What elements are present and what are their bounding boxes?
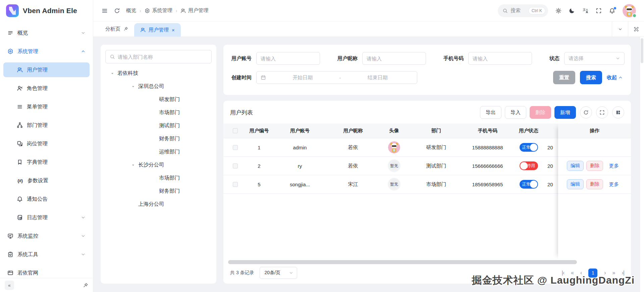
scrollbar-thumb[interactable] bbox=[641, 38, 643, 63]
status-toggle[interactable]: 停用 bbox=[520, 161, 538, 170]
caret-down-icon[interactable] bbox=[110, 71, 115, 76]
account-input[interactable] bbox=[256, 52, 320, 65]
more-button[interactable]: 更多 bbox=[606, 161, 622, 171]
table-fullscreen-button[interactable] bbox=[596, 106, 608, 118]
sidebar-item-params[interactable]: {#} 参数设置 bbox=[3, 173, 90, 188]
sidebar-item-tools[interactable]: 系统工具 bbox=[3, 247, 90, 262]
sidebar-item-notices[interactable]: 通知公告 bbox=[3, 192, 90, 206]
delete-row-button[interactable]: 删除 bbox=[586, 161, 603, 171]
department-search-input[interactable] bbox=[118, 54, 207, 60]
theme-toggle-button[interactable] bbox=[569, 8, 575, 14]
column-settings-button[interactable] bbox=[612, 106, 624, 118]
sidebar-toggle-button[interactable] bbox=[101, 7, 108, 14]
export-button[interactable]: 导出 bbox=[480, 106, 501, 119]
sidebar-item-menus[interactable]: 菜单管理 bbox=[3, 99, 90, 114]
search-button[interactable]: 搜索 bbox=[580, 71, 602, 84]
select-all-checkbox[interactable] bbox=[233, 128, 238, 133]
row-checkbox[interactable] bbox=[233, 145, 238, 150]
sidebar-collapse-button[interactable]: « bbox=[5, 281, 14, 290]
tree-node[interactable]: 测试部门 bbox=[105, 119, 212, 132]
chevron-down-icon bbox=[81, 215, 86, 220]
tab-analysis[interactable]: 分析页 bbox=[99, 21, 134, 37]
collapse-filter-link[interactable]: 收起 bbox=[607, 75, 623, 81]
department-search[interactable] bbox=[105, 50, 212, 63]
content-maximize-button[interactable] bbox=[628, 21, 644, 37]
caret-down-icon[interactable] bbox=[131, 163, 136, 167]
edit-button[interactable]: 编辑 bbox=[567, 179, 584, 189]
breadcrumb-system[interactable]: 系统管理 bbox=[145, 7, 172, 14]
next-page-button[interactable]: › bbox=[604, 270, 605, 276]
forward-pages-button[interactable]: » bbox=[612, 270, 615, 276]
tree-node[interactable]: 上海分公司 bbox=[105, 198, 212, 211]
date-range-picker[interactable]: 开始日期 - 结束日期 bbox=[256, 71, 417, 84]
sidebar-item-roles[interactable]: 角色管理 bbox=[3, 81, 90, 96]
scrollbar-thumb[interactable] bbox=[228, 260, 577, 264]
refresh-page-button[interactable] bbox=[114, 8, 120, 14]
tree-node[interactable]: 市场部门 bbox=[105, 106, 212, 119]
delete-row-button[interactable]: 删除 bbox=[586, 179, 603, 189]
logo-icon bbox=[6, 4, 19, 17]
row-checkbox[interactable] bbox=[233, 182, 238, 187]
logo[interactable]: Vben Admin Ele bbox=[0, 0, 93, 21]
chevron-down-icon bbox=[81, 252, 86, 257]
delete-button[interactable]: 删除 bbox=[530, 106, 551, 119]
tree-node[interactable]: 研发部门 bbox=[105, 93, 212, 106]
sidebar-item-posts[interactable]: 岗位管理 bbox=[3, 136, 90, 151]
tab-close-icon[interactable]: × bbox=[172, 27, 175, 33]
refresh-table-button[interactable] bbox=[580, 106, 592, 118]
col-nickname: 用户昵称 bbox=[328, 128, 378, 134]
nickname-input[interactable] bbox=[362, 52, 426, 65]
prev-page-button[interactable]: ‹ bbox=[580, 270, 582, 276]
sidebar-item-dicts[interactable]: 字典管理 bbox=[3, 155, 90, 169]
page-size-select[interactable]: 20条/页 bbox=[260, 267, 297, 279]
row-checkbox[interactable] bbox=[233, 163, 238, 168]
sidebar-item-system[interactable]: 系统管理 bbox=[3, 44, 90, 59]
notifications-button[interactable] bbox=[609, 8, 615, 14]
first-page-button[interactable]: |‹ bbox=[562, 270, 564, 276]
users-icon bbox=[17, 67, 23, 73]
settings-button[interactable] bbox=[555, 8, 561, 14]
sidebar-pin-button[interactable] bbox=[83, 283, 88, 288]
status-toggle[interactable]: 正常 bbox=[520, 143, 538, 152]
breadcrumb-users[interactable]: 用户管理 bbox=[180, 7, 208, 14]
tree-node[interactable]: 市场部门 bbox=[105, 172, 212, 185]
more-button[interactable]: 更多 bbox=[606, 179, 622, 189]
breadcrumb-overview[interactable]: 概览 bbox=[126, 7, 136, 14]
caret-down-icon[interactable] bbox=[131, 84, 136, 89]
avatar-image bbox=[388, 141, 400, 153]
sidebar-item-departments[interactable]: 部门管理 bbox=[3, 118, 90, 133]
phone-input[interactable] bbox=[468, 52, 532, 65]
reset-button[interactable]: 重置 bbox=[553, 71, 575, 84]
sidebar-item-monitor[interactable]: 系统监控 bbox=[3, 229, 90, 243]
vertical-scrollbar[interactable] bbox=[640, 37, 644, 292]
global-search[interactable]: 搜索 Ctrl K bbox=[498, 4, 548, 17]
sidebar-item-logs[interactable]: 日志管理 bbox=[3, 210, 90, 225]
back-pages-button[interactable]: « bbox=[571, 270, 574, 276]
toggle-knob bbox=[530, 144, 537, 151]
tree-node[interactable]: 财务部门 bbox=[105, 132, 212, 145]
tab-user-management[interactable]: 用户管理 × bbox=[134, 23, 181, 37]
sidebar-item-overview[interactable]: 概览 bbox=[3, 26, 90, 40]
import-button[interactable]: 导入 bbox=[505, 106, 526, 119]
status-select[interactable]: 请选择 bbox=[564, 52, 625, 65]
fullscreen-button[interactable] bbox=[596, 8, 602, 14]
sidebar-item-website[interactable]: 若依官网 bbox=[3, 265, 90, 278]
tree-node[interactable]: 深圳总公司 bbox=[105, 80, 212, 93]
language-button[interactable]: 文A bbox=[582, 8, 588, 14]
hamburger-icon bbox=[101, 7, 108, 14]
add-button[interactable]: 新增 bbox=[554, 106, 576, 119]
no-avatar-placeholder: 暂无 bbox=[388, 178, 400, 191]
status-toggle[interactable]: 正常 bbox=[520, 180, 538, 189]
user-avatar[interactable] bbox=[623, 4, 636, 17]
tree-node[interactable]: 长沙分公司 bbox=[105, 158, 212, 172]
tab-pin-icon[interactable] bbox=[123, 27, 128, 31]
edit-button[interactable]: 编辑 bbox=[567, 161, 584, 171]
filter-phone: 手机号码 bbox=[443, 52, 532, 65]
sidebar-item-users[interactable]: 用户管理 bbox=[3, 62, 90, 77]
last-page-button[interactable]: ›| bbox=[622, 270, 624, 276]
current-page[interactable]: 1 bbox=[588, 269, 597, 278]
tabs-dropdown-button[interactable] bbox=[612, 21, 628, 37]
tree-node[interactable]: 运维部门 bbox=[105, 145, 212, 158]
tree-node[interactable]: 财务部门 bbox=[105, 185, 212, 198]
tree-node[interactable]: 若依科技 bbox=[105, 67, 212, 80]
